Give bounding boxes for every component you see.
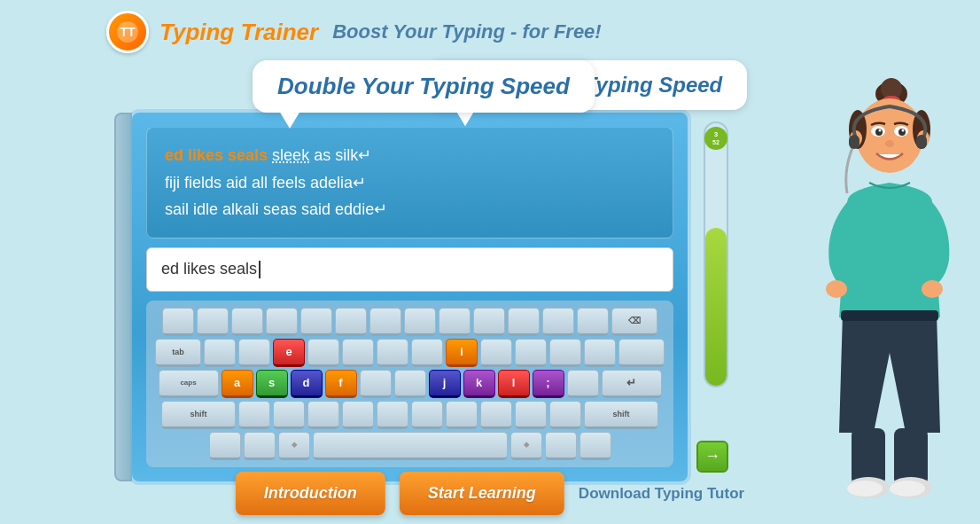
page-body: Double Your Typing Speed ed likes seals … [0,60,980,524]
download-link[interactable]: Download Typing Tutor [579,485,744,503]
speech-bubble-container: Double Your Typing Speed [253,60,595,113]
key-row-5 [153,432,666,460]
key-alt-left[interactable] [244,432,276,460]
key-diamond-left[interactable] [278,432,310,460]
key-b[interactable] [377,401,408,429]
key-c[interactable] [307,401,339,429]
key-w[interactable] [238,339,270,367]
key-l[interactable]: l [498,370,530,398]
svg-point-15 [879,129,882,132]
input-area[interactable]: ed likes seals [146,247,673,292]
svg-rect-29 [849,135,859,149]
key-ctrl-left[interactable] [209,432,241,460]
key-backspace[interactable]: ⌫ [611,308,657,336]
key-bracket-right[interactable] [584,339,616,367]
key-period[interactable] [515,401,547,429]
key-h[interactable] [394,370,426,398]
svg-point-21 [826,280,847,298]
key-y[interactable] [377,339,408,367]
key-p[interactable] [515,339,547,367]
highlight-text: ed likes seals [165,146,268,164]
key-z[interactable] [238,401,270,429]
key-s[interactable]: s [256,370,288,398]
key-i[interactable]: i [446,339,478,367]
svg-point-28 [890,481,925,497]
key-o[interactable] [480,339,512,367]
key-7[interactable] [404,308,436,336]
key-a[interactable]: a [222,370,253,398]
text-line-1: ed likes seals sleek as silk↵ [165,142,655,169]
key-tilde[interactable] [162,308,194,336]
key-enter[interactable]: ↵ [602,370,662,398]
character-svg [776,51,962,524]
keyboard: ⌫ tab e i caps a [146,301,673,467]
svg-point-26 [847,481,883,497]
text-cursor [259,261,261,278]
key-quote[interactable] [567,370,599,398]
progress-label: 3 52 [704,127,727,150]
progress-denom: 52 [712,139,719,146]
key-5[interactable] [335,308,367,336]
key-k[interactable]: k [463,370,495,398]
character-illustration [776,51,962,524]
key-8[interactable] [439,308,471,336]
key-row-3: caps a s d f j k l ; ↵ [153,370,666,398]
key-ctrl-right[interactable] [579,432,611,460]
key-diamond-right[interactable] [510,432,542,460]
key-shift-right[interactable]: shift [584,401,658,429]
progress-num: 3 [714,131,718,139]
start-learning-button[interactable]: Start Learning [400,472,564,515]
svg-point-22 [922,280,943,298]
key-x[interactable] [273,401,305,429]
key-4[interactable] [300,308,332,336]
key-t[interactable] [342,339,374,367]
key-0[interactable] [508,308,540,336]
text-display: ed likes seals sleek as silk↵ fiji field… [146,127,673,239]
key-equals[interactable] [577,308,609,336]
key-2[interactable] [231,308,263,336]
key-space[interactable] [313,432,508,460]
typed-text: ed likes seals [161,260,257,278]
key-g[interactable] [360,370,392,398]
key-minus[interactable] [542,308,574,336]
key-caps[interactable]: caps [159,370,219,398]
key-slash[interactable] [549,401,581,429]
logo-text: Typing Trainer [159,19,318,46]
key-6[interactable] [369,308,401,336]
key-j[interactable]: j [429,370,461,398]
svg-rect-20 [841,310,938,321]
line1-rest: sleek as silk↵ [272,146,371,164]
svg-point-16 [902,129,905,132]
key-tab[interactable]: tab [155,339,201,367]
speech-bubble-text: Double Your Typing Speed [277,73,570,99]
introduction-button[interactable]: Introduction [236,472,385,515]
tagline: Boost Your Typing - for Free! [332,20,602,43]
key-e[interactable]: e [273,339,305,367]
key-shift-left[interactable]: shift [161,401,236,429]
key-semicolon[interactable]: ; [533,370,564,398]
key-3[interactable] [266,308,298,336]
next-button[interactable]: → [696,441,728,473]
key-n[interactable] [411,401,443,429]
logo-icon: TT [106,11,149,53]
next-arrow-icon: → [704,447,720,465]
progress-fill [705,228,727,386]
key-u[interactable] [411,339,443,367]
key-d[interactable]: d [291,370,323,398]
key-9[interactable] [473,308,505,336]
key-row-2: tab e i [153,339,666,367]
key-q[interactable] [204,339,236,367]
key-alt-right[interactable] [545,432,577,460]
key-backslash[interactable] [618,339,665,367]
key-bracket-left[interactable] [549,339,581,367]
key-comma[interactable] [480,401,512,429]
text-line-2: fiji fields aid all feels adelia↵ [165,169,655,197]
key-r[interactable] [307,339,339,367]
key-row-1: ⌫ [153,308,666,336]
key-1[interactable] [197,308,229,336]
key-v[interactable] [342,401,374,429]
bottom-bar: Introduction Start Learning Download Typ… [236,472,744,515]
key-f[interactable]: f [325,370,357,398]
progress-bar-container: 3 52 [704,121,728,387]
key-m[interactable] [446,401,478,429]
